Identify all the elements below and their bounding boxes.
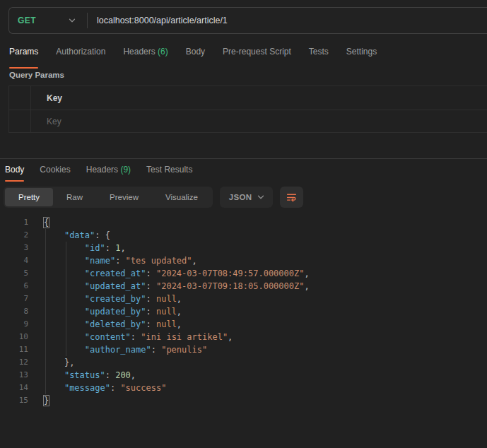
line-number: 15	[0, 394, 28, 407]
request-tabs: ParamsAuthorizationHeaders (6)BodyPre-re…	[0, 34, 487, 69]
indent-guide	[45, 229, 46, 394]
line-content: "content": "ini isi artikel",	[28, 331, 233, 343]
param-key-input[interactable]	[47, 117, 487, 126]
line-content: {	[28, 216, 49, 229]
code-line: 5 "created_at": "2024-03-07T08:49:57.000…	[0, 267, 487, 280]
line-content: "updated_at": "2024-03-07T09:18:05.00000…	[28, 280, 310, 293]
request-tab-pre-request-script[interactable]: Pre-request Script	[223, 47, 291, 69]
tab-label: Cookies	[40, 165, 70, 175]
language-select[interactable]: JSON	[220, 187, 274, 208]
request-tab-settings[interactable]: Settings	[346, 47, 377, 69]
code-line: 11 "author_name": "penulis"	[0, 343, 487, 356]
url-input[interactable]	[88, 8, 487, 33]
indent-guide	[66, 242, 66, 356]
line-number: 6	[0, 280, 28, 293]
tab-label: Body	[5, 165, 24, 175]
response-tab-headers[interactable]: Headers (9)	[86, 165, 131, 182]
code-line: 15}	[0, 394, 487, 407]
param-checkbox-cell[interactable]	[9, 110, 31, 132]
view-mode-visualize[interactable]: Visualize	[152, 188, 211, 206]
code-line: 6 "updated_at": "2024-03-07T09:18:05.000…	[0, 280, 487, 293]
code-line: 2 "data": {	[0, 229, 487, 242]
line-content: "id": 1,	[28, 242, 126, 254]
code-line: 10 "content": "ini isi artikel",	[0, 331, 487, 343]
line-content: "status": 200,	[28, 369, 136, 382]
response-tabs: BodyCookiesHeaders (9)Test Results	[0, 159, 487, 182]
line-number: 13	[0, 369, 28, 382]
response-tab-test-results[interactable]: Test Results	[146, 165, 192, 182]
response-tab-body[interactable]: Body	[5, 165, 24, 182]
line-number: 10	[0, 331, 28, 343]
request-tab-tests[interactable]: Tests	[309, 47, 329, 69]
tab-label: Authorization	[56, 47, 105, 57]
code-line: 13 "status": 200,	[0, 369, 487, 382]
code-line: 7 "created_by": null,	[0, 293, 487, 305]
code-line: 1{	[0, 216, 487, 229]
line-number: 14	[0, 382, 28, 394]
tab-count: (9)	[118, 165, 131, 175]
params-header-row: Key	[9, 86, 487, 110]
params-input-row	[9, 110, 487, 133]
code-line: 12 },	[0, 356, 487, 369]
line-content: "data": {	[28, 229, 110, 242]
view-mode-preview[interactable]: Preview	[96, 188, 152, 206]
request-tab-body[interactable]: Body	[186, 47, 205, 69]
code-line: 4 "name": "tes updated",	[0, 254, 487, 267]
code-line: 9 "deleted_by": null,	[0, 318, 487, 331]
text-wrap-icon	[286, 191, 298, 204]
response-body-code[interactable]: 1{2 "data": {3 "id": 1,4 "name": "tes up…	[0, 216, 487, 407]
tab-label: Headers	[123, 47, 155, 57]
line-number: 7	[0, 293, 28, 305]
chevron-down-icon	[256, 192, 266, 202]
line-content: "deleted_by": null,	[28, 318, 182, 331]
code-line: 3 "id": 1,	[0, 242, 487, 254]
view-mode-switcher: PrettyRawPreviewVisualize	[4, 187, 213, 208]
tab-label: Tests	[309, 47, 329, 57]
tab-label: Body	[186, 47, 205, 57]
request-url-bar: GET	[8, 7, 487, 34]
line-content: }	[28, 394, 49, 407]
line-content: "name": "tes updated",	[28, 254, 197, 267]
request-tab-headers[interactable]: Headers (6)	[123, 47, 168, 69]
request-tab-params[interactable]: Params	[9, 47, 38, 69]
line-number: 3	[0, 242, 28, 254]
line-number: 5	[0, 267, 28, 280]
wrap-lines-button[interactable]	[280, 187, 303, 208]
tab-label: Test Results	[146, 165, 192, 175]
line-content: "updated_by": null,	[28, 305, 182, 318]
tab-label: Headers	[86, 165, 118, 175]
tab-label: Pre-request Script	[223, 47, 291, 57]
line-number: 9	[0, 318, 28, 331]
line-number: 4	[0, 254, 28, 267]
line-content: },	[28, 356, 74, 369]
query-params-table: Key	[8, 86, 487, 133]
line-content: "created_by": null,	[28, 293, 182, 305]
line-content: "author_name": "penulis"	[28, 343, 207, 356]
chevron-down-icon	[67, 16, 77, 25]
tab-label: Params	[9, 47, 38, 57]
language-label: JSON	[229, 193, 252, 201]
response-tab-cookies[interactable]: Cookies	[40, 165, 70, 182]
view-mode-pretty[interactable]: Pretty	[5, 188, 53, 206]
line-number: 2	[0, 229, 28, 242]
method-label: GET	[18, 16, 67, 25]
param-key-column-header: Key	[47, 93, 62, 103]
app-root: GET ParamsAuthorizationHeaders (6)BodyPr…	[0, 7, 487, 407]
line-number: 1	[0, 216, 28, 229]
line-content: "created_at": "2024-03-07T08:49:57.00000…	[28, 267, 310, 280]
tab-count: (6)	[156, 47, 168, 57]
request-tab-authorization[interactable]: Authorization	[56, 47, 105, 69]
method-select[interactable]: GET	[9, 8, 87, 33]
code-line: 8 "updated_by": null,	[0, 305, 487, 318]
line-number: 11	[0, 343, 28, 356]
param-select-all-cell[interactable]	[9, 86, 31, 110]
query-params-label: Query Params	[9, 71, 487, 79]
line-content: "message": "success"	[28, 382, 166, 394]
response-toolbar: PrettyRawPreviewVisualize JSON	[4, 187, 487, 208]
view-mode-raw[interactable]: Raw	[53, 188, 96, 206]
code-line: 14 "message": "success"	[0, 382, 487, 394]
line-number: 8	[0, 305, 28, 318]
line-number: 12	[0, 356, 28, 369]
tab-label: Settings	[346, 47, 377, 57]
